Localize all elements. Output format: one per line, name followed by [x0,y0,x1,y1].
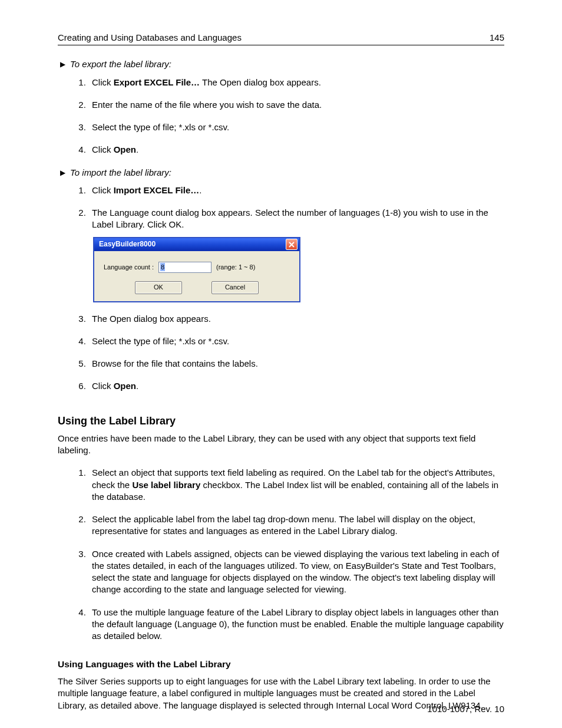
close-icon [289,242,295,248]
list-item: Click Import EXCEL File…. [88,185,504,196]
language-count-label: Language count : [104,263,154,272]
import-heading-text: To import the label library: [70,167,171,179]
export-heading: ▶ To export the label library: [60,58,504,70]
list-item: The Open dialog box appears. [88,313,504,325]
list-item: Enter the name of the file where you wis… [88,99,504,111]
list-item: Select the type of file; *.xls or *.csv. [88,335,504,347]
export-heading-text: To export the label library: [70,58,171,70]
footer-rev: 1010-1007, Rev. 10 [427,703,504,715]
import-steps-top: Click Import EXCEL File…. The Language c… [88,185,504,231]
using-steps: Select an object that supports text fiel… [88,467,504,642]
ok-button[interactable]: OK [135,281,182,294]
using-intro: Once entries have been made to the Label… [58,433,504,457]
cancel-button[interactable]: Cancel [211,281,259,294]
list-item: Select an object that supports text fiel… [88,467,504,503]
dialog-buttons: OK Cancel [104,281,290,294]
export-steps: Click Export EXCEL File… The Open dialog… [88,77,504,156]
list-item: Select the type of file; *.xls or *.csv. [88,121,504,133]
dialog-screenshot: EasyBuilder8000 Language count : 8 (rang… [93,237,504,302]
list-item: Once created with Labels assigned, objec… [88,548,504,596]
header-rule [58,45,504,45]
triangle-icon: ▶ [60,60,65,69]
list-item: Click Export EXCEL File… The Open dialog… [88,77,504,88]
page-number: 145 [490,32,504,44]
page-header: Creating and Using Databases and Languag… [58,32,504,44]
language-count-value: 8 [160,263,165,271]
list-item: To use the multiple language feature of … [88,607,504,643]
close-button[interactable] [286,239,297,250]
dialog-title: EasyBuilder8000 [99,239,156,249]
document-page: Creating and Using Databases and Languag… [0,0,562,728]
dialog-titlebar: EasyBuilder8000 [94,238,299,251]
triangle-icon: ▶ [60,168,65,177]
dialog-body: Language count : 8 (range: 1 ~ 8) OK Can… [94,251,299,301]
list-item: Click Open. [88,380,504,392]
chapter-title: Creating and Using Databases and Languag… [58,32,242,44]
language-count-range: (range: 1 ~ 8) [216,263,255,272]
list-item: Click Open. [88,144,504,156]
languages-heading: Using Languages with the Label Library [58,658,504,671]
using-heading: Using the Label Library [58,414,504,428]
language-count-input[interactable]: 8 [158,262,211,273]
language-count-dialog: EasyBuilder8000 Language count : 8 (rang… [93,237,300,302]
list-item: The Language count dialog box appears. S… [88,207,504,231]
list-item: Select the applicable label from the lab… [88,513,504,538]
list-item: Browse for the file that contains the la… [88,358,504,370]
language-count-row: Language count : 8 (range: 1 ~ 8) [104,262,290,273]
import-steps-bottom: The Open dialog box appears. Select the … [88,313,504,393]
import-heading: ▶ To import the label library: [60,167,504,179]
